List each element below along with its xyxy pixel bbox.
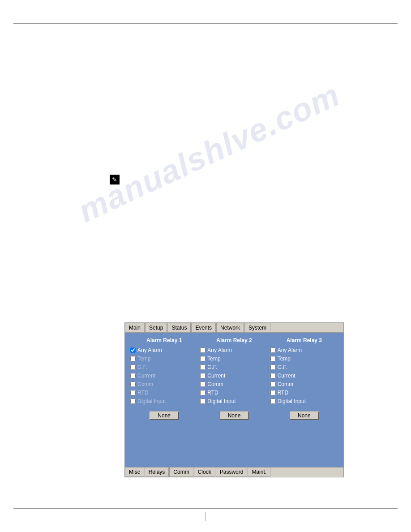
relay1-none-button[interactable]: None (149, 411, 179, 420)
relay2-temp-checkbox[interactable] (200, 356, 206, 361)
relay1-temp-label: Temp (137, 356, 150, 362)
tab-misc[interactable]: Misc (125, 468, 144, 477)
relay1-current-item: Current (130, 373, 155, 379)
relay2-digital-input-checkbox[interactable] (200, 399, 206, 404)
relay3-digital-input-checkbox[interactable] (270, 399, 276, 404)
relay1-current-label: Current (137, 373, 155, 379)
relay3-temp-item: Temp (270, 356, 291, 362)
relay2-rtd-label: RTD (207, 390, 218, 396)
relay3-comm-checkbox[interactable] (270, 382, 276, 387)
relay2-digital-input-item: Digital Input (200, 398, 235, 404)
relay2-any-alarm-item: Any Alarm (200, 347, 232, 353)
relay2-comm-item: Comm (200, 381, 223, 387)
relay1-gf-item: G.F. (130, 364, 147, 370)
relay2-rtd-checkbox[interactable] (200, 390, 206, 395)
bottom-tab-bar: Misc Relays Comm Clock Password Maint. (125, 467, 343, 477)
edit-icon-area (110, 175, 120, 184)
relay1-gf-label: G.F. (137, 364, 147, 370)
relay2-any-alarm-checkbox[interactable] (200, 348, 206, 353)
relay3-any-alarm-checkbox[interactable] (270, 348, 276, 353)
relay3-any-alarm-item: Any Alarm (270, 347, 302, 353)
alarm-relay-2-col: Alarm Relay 2 Any Alarm Temp G.F. Curren… (200, 337, 268, 420)
relay3-current-item: Current (270, 373, 295, 379)
relay3-rtd-label: RTD (278, 390, 288, 396)
relay1-any-alarm-item: Any Alarm (130, 347, 162, 353)
relay3-current-checkbox[interactable] (270, 373, 276, 378)
alarm-relay-2-title: Alarm Relay 2 (200, 337, 268, 343)
relay3-comm-item: Comm (270, 381, 293, 387)
ui-panel: Main Setup Status Events Network System … (124, 322, 344, 477)
relay1-none-btn-row: None (130, 411, 198, 420)
tab-maint[interactable]: Maint. (248, 468, 270, 477)
relay1-any-alarm-checkbox[interactable] (130, 348, 136, 353)
relay3-current-label: Current (278, 373, 295, 379)
tab-status[interactable]: Status (167, 323, 191, 332)
relay2-temp-item: Temp (200, 356, 220, 362)
relay2-rtd-item: RTD (200, 390, 218, 396)
relay3-temp-label: Temp (278, 356, 291, 362)
relay1-rtd-label: RTD (137, 390, 148, 396)
relay1-temp-checkbox[interactable] (130, 356, 136, 361)
relay3-none-button[interactable]: None (289, 411, 319, 420)
edit-icon (110, 175, 120, 184)
alarm-relay-1-title: Alarm Relay 1 (130, 337, 198, 343)
relay-columns: Alarm Relay 1 Any Alarm Temp G.F. Curren… (130, 337, 338, 420)
relay2-comm-checkbox[interactable] (200, 382, 206, 387)
alarm-relay-1-col: Alarm Relay 1 Any Alarm Temp G.F. Curren… (130, 337, 198, 420)
relay2-digital-input-label: Digital Input (207, 398, 235, 404)
relay1-gf-checkbox[interactable] (130, 365, 136, 370)
tab-comm[interactable]: Comm (169, 468, 193, 477)
relay3-gf-label: G.F. (278, 364, 287, 370)
relay1-comm-label: Comm (137, 381, 153, 387)
relay2-comm-label: Comm (207, 381, 223, 387)
top-divider (13, 23, 398, 24)
relay2-none-btn-row: None (200, 411, 268, 420)
relay1-any-alarm-label: Any Alarm (137, 347, 162, 353)
bottom-divider (13, 508, 398, 509)
tab-network[interactable]: Network (216, 323, 244, 332)
watermark: manualshlve.com (73, 76, 345, 229)
tab-events[interactable]: Events (191, 323, 216, 332)
relay2-any-alarm-label: Any Alarm (207, 347, 232, 353)
relay3-temp-checkbox[interactable] (270, 356, 276, 361)
relay3-rtd-item: RTD (270, 390, 288, 396)
relay2-gf-checkbox[interactable] (200, 365, 206, 370)
relay2-current-label: Current (207, 373, 225, 379)
relay1-rtd-item: RTD (130, 390, 148, 396)
footer-divider (206, 512, 206, 521)
content-area: Alarm Relay 1 Any Alarm Temp G.F. Curren… (125, 333, 343, 467)
tab-main[interactable]: Main (125, 323, 145, 332)
relay3-any-alarm-label: Any Alarm (278, 347, 302, 353)
relay2-temp-label: Temp (207, 356, 220, 362)
relay1-current-checkbox[interactable] (130, 373, 136, 378)
relay3-gf-item: G.F. (270, 364, 287, 370)
relay1-temp-item: Temp (130, 356, 150, 362)
tab-system[interactable]: System (244, 323, 270, 332)
tab-password[interactable]: Password (216, 468, 248, 477)
relay2-gf-item: G.F. (200, 364, 217, 370)
relay1-digital-input-label: Digital Input (137, 398, 166, 404)
relay3-digital-input-label: Digital Input (278, 398, 306, 404)
relay3-comm-label: Comm (278, 381, 293, 387)
relay2-gf-label: G.F. (207, 364, 217, 370)
relay3-rtd-checkbox[interactable] (270, 390, 276, 395)
relay3-none-btn-row: None (270, 411, 338, 420)
relay1-digital-input-checkbox[interactable] (130, 399, 136, 404)
relay1-comm-checkbox[interactable] (130, 382, 136, 387)
relay1-comm-item: Comm (130, 381, 153, 387)
relay1-digital-input-item: Digital Input (130, 398, 166, 404)
relay1-rtd-checkbox[interactable] (130, 390, 136, 395)
relay2-current-checkbox[interactable] (200, 373, 206, 378)
relay2-current-item: Current (200, 373, 225, 379)
relay3-digital-input-item: Digital Input (270, 398, 306, 404)
tab-clock[interactable]: Clock (194, 468, 215, 477)
relay2-none-button[interactable]: None (219, 411, 249, 420)
top-tab-bar: Main Setup Status Events Network System (125, 323, 343, 333)
tab-setup[interactable]: Setup (145, 323, 167, 332)
tab-relays[interactable]: Relays (145, 468, 169, 477)
alarm-relay-3-title: Alarm Relay 3 (270, 337, 338, 343)
alarm-relay-3-col: Alarm Relay 3 Any Alarm Temp G.F. Curren… (270, 337, 338, 420)
relay3-gf-checkbox[interactable] (270, 365, 276, 370)
